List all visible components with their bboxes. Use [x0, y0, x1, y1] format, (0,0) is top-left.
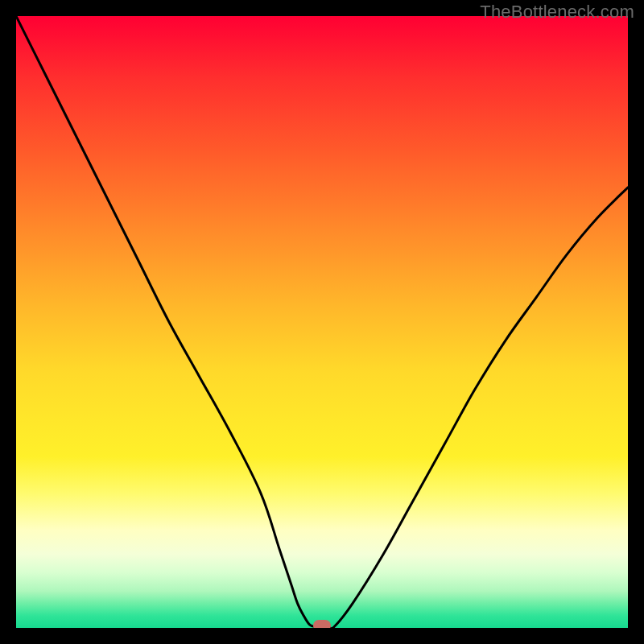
- watermark-text: TheBottleneck.com: [480, 2, 634, 23]
- chart-frame: TheBottleneck.com: [0, 0, 644, 644]
- optimum-marker: [313, 620, 331, 628]
- bottleneck-curve: [16, 16, 628, 628]
- plot-area: [16, 16, 628, 628]
